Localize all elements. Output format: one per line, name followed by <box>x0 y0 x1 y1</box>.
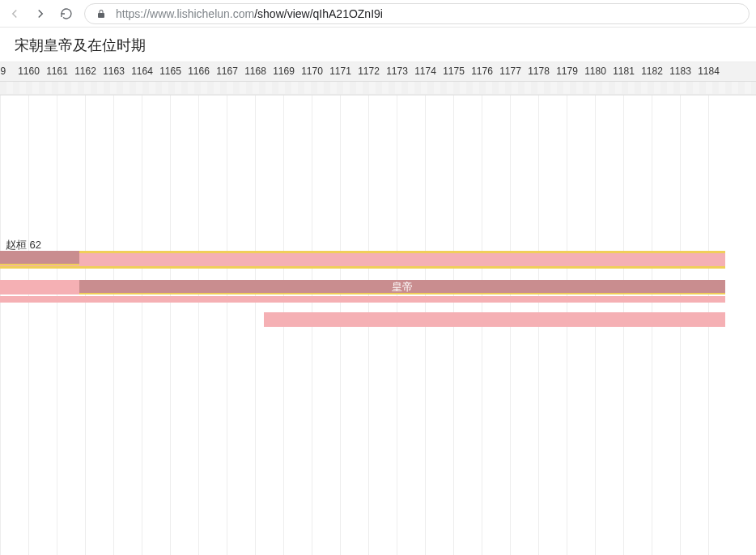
timeline-bar[interactable] <box>0 251 725 269</box>
year-tick: 1177 <box>496 66 525 77</box>
year-tick: 1175 <box>440 66 468 77</box>
year-tick: 1176 <box>468 66 496 77</box>
year-tick: 1169 <box>270 66 298 77</box>
year-tick: 1180 <box>581 66 609 77</box>
year-tick: 1168 <box>241 66 270 77</box>
year-tick: 1167 <box>213 66 241 77</box>
gridline <box>85 95 86 555</box>
year-tick: 1184 <box>694 66 723 77</box>
year-tick: 1166 <box>185 66 213 77</box>
timeline-bar[interactable] <box>0 296 725 303</box>
year-tick: 1161 <box>43 66 71 77</box>
timeline-bar[interactable] <box>0 280 79 294</box>
back-icon[interactable] <box>6 6 23 22</box>
year-tick: 1162 <box>71 66 100 77</box>
year-tick: 1173 <box>383 66 411 77</box>
year-axis: 5911601161116211631164116511661167116811… <box>0 62 756 82</box>
header-texture <box>0 82 756 95</box>
timeline-bar[interactable]: 皇帝 <box>79 280 725 294</box>
forward-icon[interactable] <box>32 6 49 22</box>
year-tick: 1163 <box>100 66 128 77</box>
gridline <box>255 95 256 555</box>
timeline-bar[interactable] <box>0 251 79 265</box>
url-bar[interactable]: https://www.lishichelun.com/show/view/qI… <box>84 3 750 24</box>
year-tick: 1170 <box>298 66 326 77</box>
page-header: 宋朝皇帝及在位时期 591160116111621163116411651166… <box>0 28 756 95</box>
gridline <box>170 95 171 555</box>
reload-icon[interactable] <box>58 6 74 22</box>
lock-icon <box>93 6 109 22</box>
year-tick: 1165 <box>156 66 185 77</box>
year-tick: 1182 <box>638 66 666 77</box>
gridline <box>198 95 199 555</box>
url-text: https://www.lishichelun.com/show/view/qI… <box>116 7 383 20</box>
year-tick: 1160 <box>15 66 43 77</box>
gridline <box>28 95 29 555</box>
browser-bar: https://www.lishichelun.com/show/view/qI… <box>0 0 756 28</box>
year-tick: 1172 <box>355 66 383 77</box>
timeline-body[interactable]: 赵桓 62皇帝 <box>0 95 756 555</box>
year-tick: 1179 <box>553 66 581 77</box>
gridline <box>113 95 114 555</box>
bar-label: 皇帝 <box>392 280 413 294</box>
year-tick: 1171 <box>326 66 355 77</box>
year-tick: 1178 <box>525 66 553 77</box>
gridline <box>227 95 227 555</box>
gridline <box>142 95 142 555</box>
year-tick: 1164 <box>128 66 156 77</box>
year-tick: 59 <box>0 66 15 77</box>
year-tick: 1183 <box>666 66 694 77</box>
year-tick: 1174 <box>411 66 440 77</box>
year-tick: 1181 <box>609 66 638 77</box>
gridline <box>57 95 57 555</box>
timeline-bar[interactable] <box>264 312 726 327</box>
page-title: 宋朝皇帝及在位时期 <box>0 28 756 62</box>
gridline <box>0 95 1 555</box>
